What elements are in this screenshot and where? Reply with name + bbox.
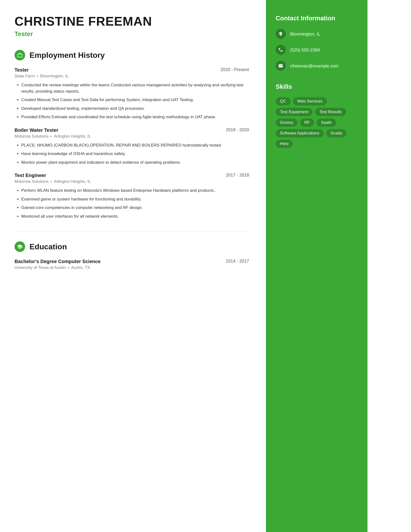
edu-entry: Bachelor's Degree Computer Science2014 -… [15,259,249,270]
contact-email: cfreeman@example.com [276,61,358,71]
contact-email-text: cfreeman@example.com [290,61,338,69]
education-container: Bachelor's Degree Computer Science2014 -… [15,259,249,270]
job-bullet: PLACE: NHUMO (CARBON BLACK),OPERATION, R… [21,142,249,149]
job-bullet: Examined game or system hardware for fun… [21,196,249,202]
email-icon [278,63,283,68]
job-entry: Tester2020 - PresentState Farm•Bloomingt… [15,67,249,120]
skills-section-title: Skills [276,83,358,90]
contact-section-title: Contact Information [276,15,358,22]
contact-phone-text: (520) 555-2384 [290,45,320,53]
job-header: Boiler Water Tester2018 - 2020 [15,127,249,133]
education-icon [15,241,25,252]
sidebar: Contact Information Bloomington, IL (520… [266,0,367,532]
job-header: Tester2020 - Present [15,67,249,73]
job-title: Boiler Water Tester [15,127,58,133]
skill-tag: Scada [326,129,346,137]
skill-tag: Groovy [276,118,298,127]
skill-tag: RF [300,118,314,127]
employment-section: Employment History Tester2020 - PresentS… [15,50,249,219]
skill-tag: Test Results [315,108,346,116]
job-title: Test Engineer [15,173,46,178]
skill-tag: QC [276,97,291,105]
job-dates: 2020 - Present [221,67,249,72]
job-title: Tester [15,67,29,73]
edu-header: Bachelor's Degree Computer Science2014 -… [15,259,249,264]
skill-tag: Xpath [317,118,336,127]
skills-section: Skills QCWeb ServicesTest EquipmentTest … [276,83,358,148]
edu-dates: 2014 - 2017 [226,259,249,264]
email-icon-circle [276,61,286,71]
job-bullet: Created Manual Test Cases and Test Data … [21,97,249,103]
job-bullet: Developed standardized testing, implemen… [21,105,249,112]
jobs-container: Tester2020 - PresentState Farm•Bloomingt… [15,67,249,219]
contact-location-text: Bloomington, IL [290,29,320,37]
candidate-name: CHRISTINE FREEMAN [15,15,249,28]
job-bullet: Monitored all user interfaces for all ne… [21,213,249,219]
education-section-title: Education [29,242,67,251]
edu-institution: University of Texas at Austin•Austin, TX [15,265,249,270]
job-dates: 2017 - 2018 [226,173,249,178]
job-company: Motorola Solutions•Arlington Heights, IL [15,134,249,139]
job-bullet: Have learning knowledge of OSHA and haza… [21,151,249,157]
job-bullet: Monitor power plant equipment and indica… [21,159,249,166]
section-divider [15,231,249,232]
job-bullets: Conducted the review meetings within the… [15,82,249,120]
skill-tag: Test Equipment [276,108,313,116]
job-entry: Test Engineer2017 - 2018Motorola Solutio… [15,173,249,219]
employment-header: Employment History [15,50,249,60]
candidate-title: Tester [15,30,249,38]
phone-icon-circle [276,45,286,55]
education-header: Education [15,241,249,252]
job-dates: 2018 - 2020 [226,127,249,133]
main-content: CHRISTINE FREEMAN Tester Employment Hist… [0,0,266,532]
contact-phone: (520) 555-2384 [276,45,358,55]
skill-tag: Html [276,140,293,148]
location-icon-circle [276,29,286,39]
employment-section-title: Employment History [29,51,105,60]
phone-icon [278,48,283,52]
skill-tag: Web Services [293,97,327,105]
contact-location: Bloomington, IL [276,29,358,39]
job-company: Motorola Solutions•Arlington Heights, IL [15,179,249,184]
job-bullets: PLACE: NHUMO (CARBON BLACK),OPERATION, R… [15,142,249,166]
job-entry: Boiler Water Tester2018 - 2020Motorola S… [15,127,249,166]
job-bullet: Gained core competencies in computer net… [21,205,249,211]
edu-degree: Bachelor's Degree Computer Science [15,259,101,264]
location-icon [278,31,283,36]
job-header: Test Engineer2017 - 2018 [15,173,249,178]
education-section: Education Bachelor's Degree Computer Sci… [15,241,249,270]
job-bullets: Perform WLAN feature testing on Motorola… [15,187,249,219]
job-bullet: Provided Efforts Estimate and coordinate… [21,114,249,120]
job-bullet: Perform WLAN feature testing on Motorola… [21,187,249,194]
job-company: State Farm•Bloomington, IL [15,74,249,79]
job-bullet: Conducted the review meetings within the… [21,82,249,94]
skills-grid: QCWeb ServicesTest EquipmentTest Results… [276,97,358,148]
employment-icon [15,50,25,60]
skill-tag: Software Applications [276,129,324,137]
